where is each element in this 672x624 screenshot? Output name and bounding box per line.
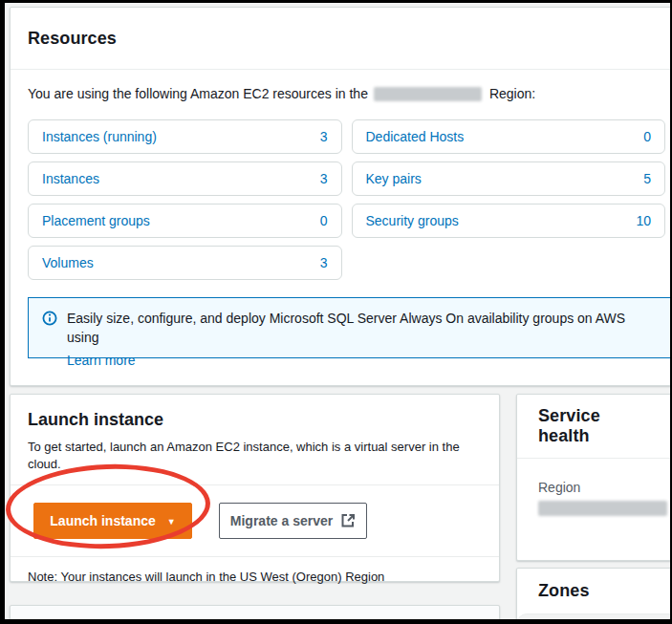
zones-body (517, 613, 670, 619)
cutoff-bottom-panel (10, 605, 500, 619)
resource-link[interactable]: Key pairs (366, 171, 422, 186)
resource-card-volumes[interactable]: Volumes 3 (28, 246, 342, 280)
info-banner-text-block: Easily size, configure, and deploy Micro… (67, 309, 658, 370)
launch-panel-buttons-row: Launch instance ▼ Migrate a server (11, 485, 499, 557)
resource-card-security-groups[interactable]: Security groups 10 (352, 204, 666, 238)
resource-link[interactable]: Volumes (42, 255, 94, 270)
resources-intro: You are using the following Amazon EC2 r… (11, 70, 670, 112)
migrate-server-button-label: Migrate a server (230, 513, 333, 528)
launch-instance-panel: Launch instance To get started, launch a… (10, 394, 500, 582)
resource-link[interactable]: Security groups (366, 213, 459, 228)
resources-title: Resources (28, 29, 117, 49)
launch-panel-title: Launch instance (28, 410, 482, 430)
launch-panel-header: Launch instance To get started, launch a… (11, 395, 499, 485)
external-link-icon (340, 513, 356, 528)
resource-link[interactable]: Dedicated Hosts (366, 129, 465, 144)
caret-down-icon: ▼ (167, 517, 176, 527)
service-health-title: Service health (538, 406, 650, 446)
zones-header: Zones (517, 569, 670, 613)
resource-card-placement-groups[interactable]: Placement groups 0 (28, 204, 342, 238)
resource-card-instances-running[interactable]: Instances (running) 3 (28, 119, 342, 154)
resources-intro-suffix: Region: (489, 86, 535, 101)
resources-intro-prefix: You are using the following Amazon EC2 r… (28, 86, 368, 101)
resource-count[interactable]: 0 (320, 213, 328, 228)
resource-count[interactable]: 3 (320, 255, 328, 270)
redacted-region-name (374, 87, 482, 101)
ec2-dashboard-viewport: Resources You are using the following Am… (5, 3, 670, 619)
resource-count[interactable]: 3 (320, 129, 328, 144)
redacted-region-value (538, 501, 667, 516)
resource-count[interactable]: 3 (320, 171, 328, 186)
resources-panel-header: Resources (11, 8, 670, 70)
resource-link[interactable]: Instances (42, 171, 99, 186)
launch-instance-button[interactable]: Launch instance ▼ (33, 503, 192, 539)
resource-card-key-pairs[interactable]: Key pairs 5 (352, 161, 666, 196)
launch-panel-description: To get started, launch an Amazon EC2 ins… (28, 439, 482, 473)
service-health-header: Service health (517, 395, 670, 459)
launch-instance-button-label: Launch instance (50, 513, 155, 528)
resources-panel: Resources You are using the following Am… (10, 7, 670, 386)
info-icon (42, 311, 57, 326)
resource-link[interactable]: Placement groups (42, 213, 150, 228)
resource-card-instances[interactable]: Instances 3 (28, 161, 342, 196)
learn-more-link[interactable]: Learn more (67, 351, 136, 370)
resource-link[interactable]: Instances (running) (42, 129, 157, 144)
resource-cards-grid: Instances (running) 3 Dedicated Hosts 0 … (28, 119, 665, 280)
zones-panel: Zones (516, 568, 670, 619)
sql-server-info-banner: Easily size, configure, and deploy Micro… (28, 297, 670, 358)
zones-title: Zones (538, 581, 590, 601)
region-label: Region (538, 480, 650, 495)
migrate-server-button[interactable]: Migrate a server (219, 503, 367, 539)
service-health-panel: Service health Region (516, 394, 670, 561)
resource-count[interactable]: 0 (643, 129, 651, 144)
launch-region-note: Note: Your instances will launch in the … (11, 557, 499, 596)
service-health-content: Region (517, 459, 670, 516)
info-banner-text: Easily size, configure, and deploy Micro… (67, 311, 625, 345)
resource-card-dedicated-hosts[interactable]: Dedicated Hosts 0 (352, 119, 666, 154)
resource-count[interactable]: 10 (636, 213, 651, 228)
resource-count[interactable]: 5 (643, 171, 651, 186)
